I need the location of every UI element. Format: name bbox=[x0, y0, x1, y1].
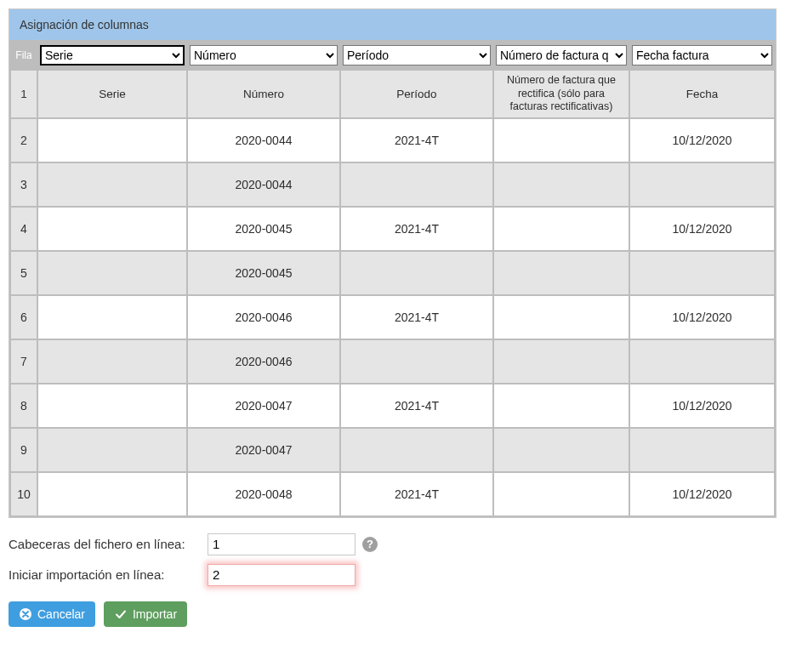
row-number: 7 bbox=[11, 340, 37, 383]
cell-periodo bbox=[341, 429, 492, 471]
cell-fecha: 10/12/2020 bbox=[630, 119, 774, 162]
cell-periodo: 2021-4T bbox=[341, 119, 492, 162]
cell-serie bbox=[38, 340, 186, 383]
cell-serie bbox=[38, 429, 186, 471]
cell-numero: 2020-0046 bbox=[188, 340, 339, 383]
column-select-periodo[interactable]: Período bbox=[343, 45, 491, 65]
header-fila: Fila bbox=[11, 42, 37, 69]
cell-serie bbox=[38, 119, 186, 162]
cell-numero: 2020-0045 bbox=[188, 208, 339, 250]
cell-rect bbox=[494, 119, 629, 162]
column-assignment-panel: Asignación de columnas Fila Serie Número bbox=[9, 9, 776, 518]
cell-periodo: 2021-4T bbox=[341, 384, 492, 427]
cell-numero: 2020-0045 bbox=[188, 252, 339, 294]
cell-periodo bbox=[341, 252, 492, 294]
cell-rect bbox=[494, 384, 629, 427]
start-line-input[interactable] bbox=[208, 564, 356, 586]
cancel-button[interactable]: Cancelar bbox=[9, 601, 95, 627]
row-number: 8 bbox=[11, 384, 37, 427]
cell-rect bbox=[494, 252, 629, 294]
cell-serie bbox=[38, 296, 186, 339]
cell-periodo bbox=[341, 340, 492, 383]
row-number: 3 bbox=[11, 163, 37, 206]
cell-fecha bbox=[630, 163, 774, 206]
header-line-label: Cabeceras del fichero en línea: bbox=[9, 537, 208, 551]
cell-periodo: 2021-4T bbox=[341, 296, 492, 339]
cell-rect bbox=[494, 208, 629, 250]
cell-periodo bbox=[341, 163, 492, 206]
cell-periodo: 2021-4T bbox=[341, 208, 492, 250]
action-buttons: Cancelar Importar bbox=[9, 601, 776, 627]
cell-fecha: 10/12/2020 bbox=[630, 296, 774, 339]
cell-rect bbox=[494, 429, 629, 471]
cell-numero: Número bbox=[188, 71, 339, 117]
preview-table: Fila Serie Número Período bbox=[9, 40, 776, 517]
cell-rect bbox=[494, 473, 629, 515]
row-number: 4 bbox=[11, 208, 37, 250]
cell-numero: 2020-0046 bbox=[188, 296, 339, 339]
cell-serie bbox=[38, 473, 186, 515]
cell-fecha: 10/12/2020 bbox=[630, 208, 774, 250]
row-number: 10 bbox=[11, 473, 37, 515]
header-line-input[interactable] bbox=[208, 533, 356, 555]
column-select-fecha[interactable]: Fecha factura bbox=[632, 45, 772, 65]
check-icon bbox=[114, 607, 128, 621]
column-select-serie[interactable]: Serie bbox=[40, 45, 185, 65]
cell-numero: 2020-0044 bbox=[188, 163, 339, 206]
panel-title: Asignación de columnas bbox=[9, 9, 776, 40]
cell-serie bbox=[38, 252, 186, 294]
cell-fecha: 10/12/2020 bbox=[630, 384, 774, 427]
cell-fecha: Fecha bbox=[630, 71, 774, 117]
cell-fecha bbox=[630, 252, 774, 294]
cancel-button-label: Cancelar bbox=[37, 607, 85, 621]
cell-serie bbox=[38, 163, 186, 206]
cell-numero: 2020-0047 bbox=[188, 384, 339, 427]
close-circle-icon bbox=[19, 607, 32, 621]
cell-fecha bbox=[630, 429, 774, 471]
row-number: 2 bbox=[11, 119, 37, 162]
cell-numero: 2020-0044 bbox=[188, 119, 339, 162]
import-button-label: Importar bbox=[133, 607, 177, 621]
cell-rect bbox=[494, 163, 629, 206]
cell-serie bbox=[38, 208, 186, 250]
row-number: 1 bbox=[11, 71, 37, 117]
row-number: 5 bbox=[11, 252, 37, 294]
column-select-numero[interactable]: Número bbox=[190, 45, 338, 65]
cell-rect bbox=[494, 296, 629, 339]
cell-rect bbox=[494, 340, 629, 383]
import-button[interactable]: Importar bbox=[104, 601, 187, 627]
help-icon[interactable]: ? bbox=[362, 537, 378, 552]
cell-rect: Número de factura que rectifica (sólo pa… bbox=[494, 71, 629, 117]
import-options: Cabeceras del fichero en línea: ? Inicia… bbox=[9, 533, 776, 586]
cell-serie: Serie bbox=[38, 71, 186, 117]
cell-periodo: Período bbox=[341, 71, 492, 117]
cell-fecha: 10/12/2020 bbox=[630, 473, 774, 515]
row-number: 9 bbox=[11, 429, 37, 471]
cell-numero: 2020-0047 bbox=[188, 429, 339, 471]
cell-numero: 2020-0048 bbox=[188, 473, 339, 515]
cell-serie bbox=[38, 384, 186, 427]
column-select-rectifica[interactable]: Número de factura q bbox=[496, 45, 627, 65]
preview-tbody: 1 Serie Número Período Número de factura… bbox=[11, 71, 774, 515]
cell-periodo: 2021-4T bbox=[341, 473, 492, 515]
cell-fecha bbox=[630, 340, 774, 383]
row-number: 6 bbox=[11, 296, 37, 339]
start-line-label: Iniciar importación en línea: bbox=[9, 567, 208, 582]
